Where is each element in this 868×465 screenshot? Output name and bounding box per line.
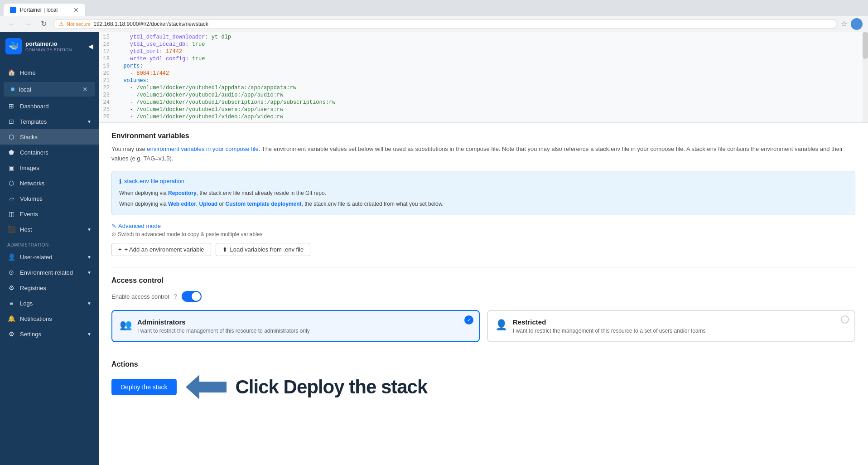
templates-label: Templates	[20, 118, 47, 125]
code-line-24: 24 - /volume1/docker/youtubedl/subscript…	[99, 99, 868, 106]
tab-title: Portainer | local	[20, 7, 58, 13]
edit-icon: ✎	[111, 223, 116, 229]
load-env-file-button[interactable]: ⬆ Load variables from .env file	[216, 243, 311, 256]
env-buttons-row: + + Add an environment variable ⬆ Load v…	[111, 243, 855, 256]
restricted-card-content: Restricted I want to restrict the manage…	[513, 318, 706, 334]
sidebar-item-home[interactable]: 🏠 Home	[0, 65, 99, 80]
sidebar-item-user-related[interactable]: 👤 User-related ▼	[0, 249, 99, 265]
host-label: Host	[20, 226, 32, 233]
sidebar-item-networks[interactable]: ⬡ Networks	[0, 175, 99, 191]
sidebar-item-settings[interactable]: ⚙ Settings ▼	[0, 326, 99, 342]
upload-icon: ⬆	[222, 246, 227, 253]
networks-icon: ⬡	[7, 179, 15, 187]
add-icon: +	[118, 246, 122, 253]
sidebar-item-host[interactable]: ⬛ Host ▼	[0, 222, 99, 237]
security-icon: ⚠	[59, 21, 64, 27]
profile-button[interactable]	[851, 18, 863, 30]
reload-button[interactable]: ↻	[38, 19, 49, 29]
sidebar-item-volumes[interactable]: ▱ Volumes	[0, 191, 99, 206]
code-line-23: 23 - /volume1/docker/youtubedl/audio:/ap…	[99, 92, 868, 99]
images-icon: ▣	[7, 164, 15, 171]
add-env-variable-button[interactable]: + + Add an environment variable	[111, 243, 211, 256]
logo-area: 🐳 portainer.io COMMUNITY EDITION	[5, 38, 72, 54]
code-scrollbar[interactable]	[863, 32, 868, 122]
info-box-title: ℹ stack.env file operation	[119, 178, 848, 185]
sidebar-item-env-related[interactable]: ⊙ Environment-related ▼	[0, 265, 99, 280]
sidebar-item-dashboard[interactable]: ⊞ Dashboard	[0, 98, 99, 114]
enable-access-control-row: Enable access control ?	[111, 291, 855, 302]
user-related-icon: 👤	[7, 253, 15, 261]
browser-tab-active[interactable]: Portainer | local ✕	[4, 4, 85, 16]
stacks-icon: ⬡	[7, 133, 15, 140]
admin-card-icon: 👥	[120, 319, 132, 331]
notifications-icon: 🔔	[7, 315, 15, 322]
access-cards: 👥 Administrators I want to restrict the …	[111, 310, 855, 342]
sidebar-item-registries[interactable]: ⚙ Registries	[0, 280, 99, 295]
section-divider	[111, 267, 855, 267]
tab-close-btn[interactable]: ✕	[73, 6, 79, 14]
sidebar-item-stacks[interactable]: ⬡ Stacks	[0, 129, 99, 145]
code-line-25: 25 - /volume1/docker/youtubedl/users:/ap…	[99, 106, 868, 113]
restricted-access-card[interactable]: 👤 Restricted I want to restrict the mana…	[487, 310, 855, 342]
admin-card-content: Administrators I want to restrict the ma…	[137, 318, 310, 334]
sidebar-item-images[interactable]: ▣ Images	[0, 160, 99, 175]
events-icon: ◫	[7, 210, 15, 218]
env-dot	[11, 87, 14, 91]
sidebar-item-notifications[interactable]: 🔔 Notifications	[0, 311, 99, 326]
switch-hint-row: ⊙ Switch to advanced mode to copy & past…	[111, 231, 855, 237]
environment-close-button[interactable]: ✕	[82, 86, 88, 93]
sidebar-collapse-button[interactable]: ◀	[88, 43, 93, 50]
admin-access-card[interactable]: 👥 Administrators I want to restrict the …	[111, 310, 480, 342]
toggle-knob	[192, 292, 201, 301]
actions-title: Actions	[111, 360, 855, 368]
admin-section-label: Administration	[0, 237, 99, 249]
enable-access-label: Enable access control	[111, 293, 169, 300]
logo-icon: 🐳	[5, 38, 22, 54]
address-bar[interactable]: ⚠ Not secure 192.168.1.18:9000/#!/2/dock…	[53, 19, 837, 29]
scrollbar-thumb	[863, 32, 868, 59]
code-lines: 15 ytdl_default_downloader: yt-dlp 16 yt…	[99, 32, 868, 122]
url-text: 192.168.1.18:9000/#!/2/docker/stacks/new…	[93, 21, 208, 27]
code-line-26: 26 - /volume1/docker/youtubedl/video:/ap…	[99, 113, 868, 121]
code-line-18: 18 write_ytdl_config: true	[99, 55, 868, 63]
containers-icon: ⬟	[7, 149, 15, 156]
containers-label: Containers	[20, 149, 48, 156]
back-button[interactable]: ←	[5, 19, 18, 29]
settings-arrow: ▼	[87, 332, 92, 337]
templates-arrow: ▼	[87, 119, 92, 124]
deploy-row: Deploy the stack Click Deploy the stack	[111, 375, 855, 399]
help-icon: ?	[174, 293, 177, 300]
env-variables-link[interactable]: environment variables in your compose fi…	[147, 145, 258, 152]
notifications-label: Notifications	[20, 315, 52, 322]
sidebar-header: 🐳 portainer.io COMMUNITY EDITION ◀	[0, 32, 99, 61]
code-line-21: 21 volumes:	[99, 77, 868, 84]
code-line-15: 15 ytdl_default_downloader: yt-dlp	[99, 34, 868, 41]
restricted-card-radio	[841, 315, 849, 324]
sidebar-item-templates[interactable]: ⊡ Templates ▼	[0, 114, 99, 129]
code-line-20: 20 - 8084:17442	[99, 70, 868, 77]
actions-section: Actions Deploy the stack Click Deploy th…	[99, 351, 868, 413]
sidebar-item-logs[interactable]: ≡ Logs ▼	[0, 295, 99, 311]
admin-card-title: Administrators	[137, 318, 310, 326]
tab-favicon	[10, 7, 16, 13]
settings-label: Settings	[20, 331, 41, 338]
admin-card-checkmark: ✓	[464, 315, 473, 325]
logs-arrow: ▼	[87, 301, 92, 306]
stacks-label: Stacks	[20, 134, 38, 140]
images-label: Images	[20, 165, 39, 171]
dashboard-label: Dashboard	[20, 103, 49, 110]
deploy-stack-button[interactable]: Deploy the stack	[111, 379, 177, 395]
forward-button[interactable]: →	[22, 19, 34, 29]
env-section-title: Environment variables	[111, 132, 855, 140]
info-icon: ℹ	[119, 178, 121, 185]
user-related-arrow: ▼	[87, 255, 92, 260]
arrow-annotation	[186, 375, 227, 399]
bookmark-button[interactable]: ☆	[841, 19, 847, 28]
code-line-16: 16 ytdl_use_local_db: true	[99, 41, 868, 48]
access-control-toggle[interactable]	[182, 291, 202, 302]
advanced-mode-link[interactable]: ✎ Advanced mode	[111, 223, 161, 229]
sidebar-item-containers[interactable]: ⬟ Containers	[0, 145, 99, 160]
events-label: Events	[20, 211, 38, 218]
code-section: 15 ytdl_default_downloader: yt-dlp 16 yt…	[99, 32, 868, 123]
sidebar-item-events[interactable]: ◫ Events	[0, 206, 99, 222]
